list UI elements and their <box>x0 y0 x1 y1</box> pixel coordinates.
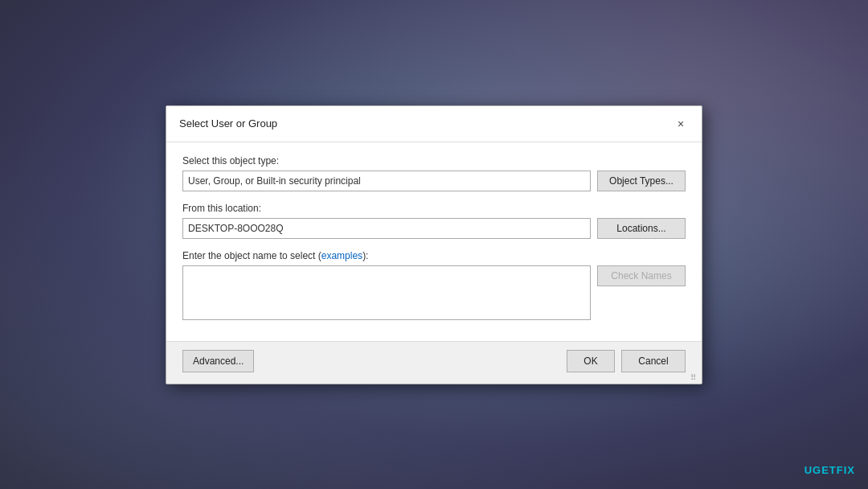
ok-button[interactable]: OK <box>567 350 615 372</box>
object-type-input <box>182 171 591 191</box>
object-name-label-prefix: Enter the object name to select ( <box>182 250 321 261</box>
dialog-body: Select this object type: Object Types...… <box>166 142 702 341</box>
watermark: UGETFIX <box>805 464 855 476</box>
examples-link[interactable]: examples <box>321 250 362 261</box>
cancel-button[interactable]: Cancel <box>621 350 686 372</box>
check-names-button[interactable]: Check Names <box>597 265 686 286</box>
advanced-button[interactable]: Advanced... <box>182 350 254 372</box>
footer-left: Advanced... <box>182 350 254 372</box>
object-name-group: Enter the object name to select (example… <box>182 250 686 320</box>
location-row: Locations... <box>182 218 686 239</box>
location-input <box>182 218 591 239</box>
object-type-row: Object Types... <box>182 171 686 191</box>
location-label: From this location: <box>182 203 686 214</box>
location-group: From this location: Locations... <box>182 203 686 239</box>
watermark-brand: GET <box>813 464 837 476</box>
object-name-textarea[interactable] <box>182 265 591 320</box>
object-name-label: Enter the object name to select (example… <box>182 250 686 261</box>
dialog-footer: Advanced... OK Cancel <box>166 341 702 384</box>
object-type-label: Select this object type: <box>182 155 686 166</box>
object-types-button[interactable]: Object Types... <box>597 171 686 191</box>
object-name-label-suffix: ): <box>362 250 368 261</box>
dialog-title: Select User or Group <box>179 117 277 129</box>
object-type-group: Select this object type: Object Types... <box>182 155 686 191</box>
locations-button[interactable]: Locations... <box>597 218 686 239</box>
resize-dots-icon: ⠿ <box>690 374 698 382</box>
close-button[interactable]: × <box>671 114 690 134</box>
footer-right: OK Cancel <box>567 350 686 372</box>
watermark-fix: FIX <box>837 464 855 476</box>
resize-handle[interactable]: ⠿ <box>690 374 698 382</box>
watermark-u: U <box>805 464 813 476</box>
select-user-group-dialog: Select User or Group × Select this objec… <box>166 105 702 384</box>
dialog-titlebar: Select User or Group × <box>166 106 702 142</box>
object-name-row: Check Names <box>182 265 686 320</box>
